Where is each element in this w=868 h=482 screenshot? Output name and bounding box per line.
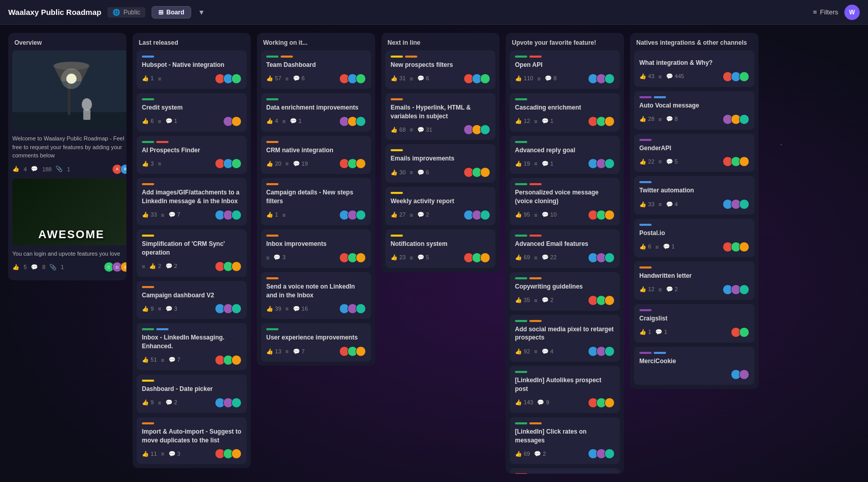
card-meta: 👍 110 ≡ 💬 8 bbox=[515, 74, 615, 84]
svg-point-6 bbox=[61, 68, 82, 89]
card-gender-api[interactable]: GenderAPI 👍 22 ≡ 💬 5 bbox=[634, 134, 754, 172]
card-notification-system[interactable]: Notification system 👍 23 ≡ 💬 5 bbox=[385, 229, 495, 268]
card-campaign-dashboard[interactable]: Campaign dashboard V2 👍 9 ≡ 💬 3 bbox=[137, 281, 247, 319]
comment-count: 💬 5 bbox=[666, 158, 678, 165]
card-tags bbox=[266, 98, 366, 100]
overview-text: Welcome to Waalaxy Public Roadmap - Feel… bbox=[12, 134, 126, 160]
card-avatars bbox=[339, 253, 366, 263]
card-auto-vocal[interactable]: Auto Vocal message 👍 28 ≡ 💬 8 bbox=[634, 91, 754, 130]
card-add-images[interactable]: Add images/GIF/attachments to a LinkedIn… bbox=[137, 178, 247, 225]
chevron-down-icon[interactable]: ▾ bbox=[199, 7, 204, 17]
card-cascading-enrichment[interactable]: Cascading enrichment 👍 12 ≡ 💬 1 bbox=[510, 93, 620, 132]
card-tags bbox=[515, 473, 615, 474]
overview-text2: You can login and upvote features you lo… bbox=[12, 249, 126, 258]
card-inbox-improvements[interactable]: Inbox improvements ≡ 💬 3 bbox=[261, 229, 371, 268]
card-advanced-reply[interactable]: Advanced reply goal 👍 19 ≡ 💬 1 bbox=[510, 136, 620, 174]
tag-yellow bbox=[391, 235, 403, 237]
like-count: 👍 51 bbox=[142, 356, 157, 363]
card-copywriting[interactable]: Copywriting guidelines 👍 35 ≡ 💬 2 bbox=[510, 272, 620, 311]
card-team-dashboard[interactable]: Team Dashboard 👍 57 ≡ 💬 6 bbox=[261, 50, 371, 89]
avatar bbox=[231, 116, 242, 127]
user-avatar[interactable]: W bbox=[844, 5, 860, 20]
tag-red bbox=[529, 183, 542, 185]
column-title-working-on: Working on it... bbox=[257, 33, 375, 50]
visibility-badge[interactable]: 🌐 Public bbox=[107, 7, 145, 17]
card-advanced-email[interactable]: Advanced Email features 👍 69 ≡ 💬 22 bbox=[510, 229, 620, 268]
board-view-button[interactable]: ⊞ Board bbox=[152, 6, 191, 19]
like-count: 👍 35 bbox=[515, 297, 530, 304]
card-ai-prospects[interactable]: AI Prospects Finder 👍 3 ≡ bbox=[137, 136, 247, 174]
card-hubspot[interactable]: Hubspot - Native integration 👍 1 ≡ bbox=[137, 50, 247, 89]
filters-button[interactable]: ≡ Filters bbox=[813, 8, 838, 16]
card-inbox-linkedin[interactable]: Inbox - LinkedIn Messaging. Enhanced. 👍 … bbox=[137, 323, 247, 370]
avatar bbox=[356, 210, 366, 220]
tag-blue bbox=[654, 352, 666, 354]
comment-count: 💬 2 bbox=[542, 297, 553, 304]
card-new-prospects-filters[interactable]: New prospects filters 👍 31 ≡ 💬 6 bbox=[385, 50, 495, 89]
card-avatars bbox=[723, 114, 749, 124]
card-campaign-details[interactable]: Campaign details - New steps filters 👍 1… bbox=[261, 178, 371, 225]
detail-icon: ≡ bbox=[158, 400, 161, 406]
card-autolikes[interactable]: [LinkedIn] Autolikes prospect post 👍 143… bbox=[510, 366, 620, 413]
card-date-picker[interactable]: Dashboard - Date picker 👍 9 ≡ 💬 2 bbox=[137, 374, 247, 413]
card-what-integration[interactable]: What integration & Why? 👍 43 ≡ 💬 445 bbox=[634, 50, 754, 87]
card-import-auto[interactable]: Import & Auto-import - Suggest to move d… bbox=[137, 417, 247, 465]
card-open-api[interactable]: Open API 👍 110 ≡ 💬 8 bbox=[510, 50, 620, 89]
clip-icon: 📎 bbox=[56, 166, 63, 172]
card-avatars bbox=[731, 327, 749, 337]
tag-orange bbox=[266, 277, 279, 279]
card-crm-sync[interactable]: Simplification of 'CRM Sync' operation ≡… bbox=[137, 229, 247, 277]
card-twitter-automation[interactable]: Twitter automation 👍 33 ≡ 💬 4 bbox=[634, 176, 754, 215]
comment-count: 💬 7 bbox=[169, 211, 180, 218]
card-ux-improvements[interactable]: User experience improvements 👍 13 ≡ 💬 7 bbox=[261, 323, 371, 362]
board: Overview bbox=[0, 25, 868, 482]
card-emails-improvements[interactable]: Emails improvements 👍 30 ≡ 💬 6 bbox=[385, 144, 495, 183]
tag-yellow bbox=[391, 56, 403, 58]
card-merci-cookie[interactable]: MerciCookie bbox=[634, 347, 754, 385]
tag-green bbox=[266, 328, 279, 330]
clip-icon: 📎 bbox=[49, 264, 57, 271]
card-tags bbox=[266, 141, 366, 143]
card-tags bbox=[142, 56, 242, 58]
card-social-pixel[interactable]: Add social media pixel to retarget prosp… bbox=[510, 315, 620, 362]
card-title: Send a voice note on LinkedIn and in the… bbox=[266, 282, 366, 300]
card-handwritten-letter[interactable]: Handwritten letter 👍 12 ≡ 💬 2 bbox=[634, 261, 754, 300]
avatar bbox=[480, 167, 490, 177]
column-last-released: Last released Hubspot - Native integrati… bbox=[133, 33, 251, 468]
card-title: User experience improvements bbox=[266, 333, 366, 342]
card-tags bbox=[142, 183, 242, 185]
avatar bbox=[231, 398, 242, 408]
card-weekly-activity[interactable]: Weekly activity report 👍 27 ≡ 💬 2 bbox=[385, 187, 495, 225]
card-voice-cloning[interactable]: Personalized voice message (voice clonin… bbox=[510, 178, 620, 225]
card-meta: 👍 1 ≡ bbox=[266, 210, 366, 220]
card-tags bbox=[142, 422, 242, 424]
app-header: Waalaxy Public Roadmap 🌐 Public ⊞ Board … bbox=[0, 0, 868, 25]
avatar bbox=[480, 124, 490, 135]
tag-blue bbox=[654, 96, 666, 98]
tag-green bbox=[515, 56, 527, 58]
card-postal[interactable]: Postal.io 👍 6 ≡ 💬 1 bbox=[634, 219, 754, 257]
detail-icon: ≡ bbox=[285, 348, 288, 354]
card-images-personalization[interactable]: Images Personalization (like on email) bbox=[510, 468, 620, 474]
avatar bbox=[231, 74, 242, 84]
comment-count: 💬 6 bbox=[417, 169, 429, 176]
card-click-rates[interactable]: [LinkedIn] Click rates on messages 👍 69 … bbox=[510, 417, 620, 465]
card-meta: 👍 19 ≡ 💬 1 bbox=[515, 158, 615, 169]
visibility-label: Public bbox=[123, 9, 140, 16]
card-craigslist[interactable]: Craigslist 👍 1 💬 1 bbox=[634, 304, 754, 343]
card-crm-native[interactable]: CRM native integration 👍 20 ≡ 💬 19 bbox=[261, 136, 371, 174]
natives-cards: What integration & Why? 👍 43 ≡ 💬 445 bbox=[630, 50, 759, 389]
tag-orange bbox=[639, 266, 652, 269]
like-count: 👍 31 bbox=[391, 75, 405, 82]
comment-count: 💬 19 bbox=[293, 160, 308, 167]
card-emails-hyperlink[interactable]: Emails - Hyperlink, HTML & variables in … bbox=[385, 93, 495, 140]
tag-green bbox=[515, 371, 527, 373]
card-avatars bbox=[723, 156, 749, 167]
comment-count: 💬 8 bbox=[666, 116, 678, 122]
card-data-enrichment[interactable]: Data enrichment improvements 👍 4 ≡ 💬 1 bbox=[261, 93, 371, 132]
card-credit-system[interactable]: Credit system 👍 6 ≡ 💬 1 bbox=[137, 93, 247, 132]
card-avatars bbox=[588, 116, 615, 127]
avatar: B bbox=[120, 164, 126, 174]
card-meta bbox=[639, 369, 749, 380]
card-voice-note[interactable]: Send a voice note on LinkedIn and in the… bbox=[261, 272, 371, 319]
